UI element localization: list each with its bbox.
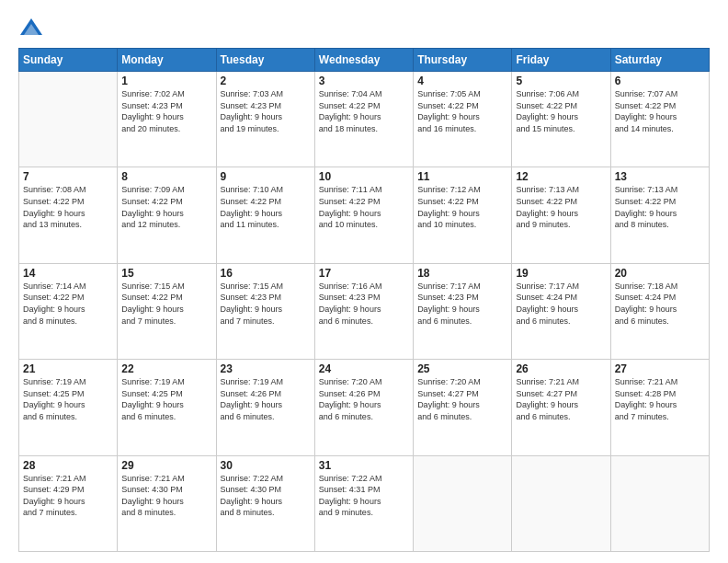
day-cell: 22Sunrise: 7:19 AM Sunset: 4:25 PM Dayli…: [118, 360, 216, 455]
day-cell: 3Sunrise: 7:04 AM Sunset: 4:22 PM Daylig…: [314, 72, 413, 167]
day-cell: 19Sunrise: 7:17 AM Sunset: 4:24 PM Dayli…: [512, 263, 610, 359]
day-info: Sunrise: 7:19 AM Sunset: 4:25 PM Dayligh…: [23, 376, 113, 422]
day-cell: 14Sunrise: 7:14 AM Sunset: 4:22 PM Dayli…: [19, 263, 118, 359]
day-number: 12: [516, 170, 606, 183]
day-number: 22: [121, 362, 211, 375]
day-number: 7: [23, 170, 113, 183]
day-info: Sunrise: 7:18 AM Sunset: 4:24 PM Dayligh…: [615, 281, 705, 327]
weekday-header-row: SundayMondayTuesdayWednesdayThursdayFrid…: [19, 49, 710, 72]
weekday-header-saturday: Saturday: [610, 49, 709, 72]
day-info: Sunrise: 7:05 AM Sunset: 4:22 PM Dayligh…: [417, 88, 507, 134]
day-cell: 6Sunrise: 7:07 AM Sunset: 4:22 PM Daylig…: [610, 72, 709, 167]
day-info: Sunrise: 7:22 AM Sunset: 4:31 PM Dayligh…: [319, 473, 409, 519]
day-number: 28: [23, 459, 113, 472]
day-info: Sunrise: 7:12 AM Sunset: 4:22 PM Dayligh…: [417, 184, 507, 230]
day-info: Sunrise: 7:08 AM Sunset: 4:22 PM Dayligh…: [23, 184, 113, 230]
day-info: Sunrise: 7:17 AM Sunset: 4:23 PM Dayligh…: [417, 281, 507, 327]
day-number: 20: [615, 267, 705, 280]
day-number: 4: [417, 75, 507, 87]
page: SundayMondayTuesdayWednesdayThursdayFrid…: [0, 0, 728, 563]
day-cell: [19, 72, 118, 167]
logo-icon: [18, 15, 44, 40]
day-info: Sunrise: 7:10 AM Sunset: 4:22 PM Dayligh…: [221, 184, 311, 230]
weekday-header-tuesday: Tuesday: [216, 49, 314, 72]
day-info: Sunrise: 7:20 AM Sunset: 4:26 PM Dayligh…: [319, 376, 409, 422]
day-info: Sunrise: 7:20 AM Sunset: 4:27 PM Dayligh…: [417, 376, 507, 422]
day-cell: 11Sunrise: 7:12 AM Sunset: 4:22 PM Dayli…: [414, 167, 512, 263]
week-row-4: 28Sunrise: 7:21 AM Sunset: 4:29 PM Dayli…: [19, 455, 710, 551]
day-number: 9: [221, 170, 311, 183]
day-cell: 28Sunrise: 7:21 AM Sunset: 4:29 PM Dayli…: [19, 455, 118, 551]
day-info: Sunrise: 7:21 AM Sunset: 4:29 PM Dayligh…: [23, 473, 113, 519]
day-cell: 31Sunrise: 7:22 AM Sunset: 4:31 PM Dayli…: [314, 455, 413, 551]
day-info: Sunrise: 7:21 AM Sunset: 4:27 PM Dayligh…: [516, 376, 606, 422]
day-info: Sunrise: 7:21 AM Sunset: 4:30 PM Dayligh…: [121, 473, 211, 519]
day-cell: 5Sunrise: 7:06 AM Sunset: 4:22 PM Daylig…: [512, 72, 610, 167]
day-info: Sunrise: 7:13 AM Sunset: 4:22 PM Dayligh…: [516, 184, 606, 230]
day-info: Sunrise: 7:22 AM Sunset: 4:30 PM Dayligh…: [221, 473, 311, 519]
day-info: Sunrise: 7:15 AM Sunset: 4:23 PM Dayligh…: [221, 281, 311, 327]
day-number: 21: [23, 362, 113, 375]
day-cell: 27Sunrise: 7:21 AM Sunset: 4:28 PM Dayli…: [610, 360, 709, 455]
day-cell: 25Sunrise: 7:20 AM Sunset: 4:27 PM Dayli…: [414, 360, 512, 455]
week-row-3: 21Sunrise: 7:19 AM Sunset: 4:25 PM Dayli…: [19, 360, 710, 455]
day-number: 29: [121, 459, 211, 472]
day-cell: 13Sunrise: 7:13 AM Sunset: 4:22 PM Dayli…: [610, 167, 709, 263]
day-info: Sunrise: 7:11 AM Sunset: 4:22 PM Dayligh…: [319, 184, 409, 230]
day-number: 5: [516, 75, 606, 87]
day-cell: 16Sunrise: 7:15 AM Sunset: 4:23 PM Dayli…: [216, 263, 314, 359]
day-info: Sunrise: 7:19 AM Sunset: 4:25 PM Dayligh…: [121, 376, 211, 422]
day-cell: 18Sunrise: 7:17 AM Sunset: 4:23 PM Dayli…: [414, 263, 512, 359]
day-info: Sunrise: 7:03 AM Sunset: 4:23 PM Dayligh…: [221, 88, 311, 134]
day-cell: [512, 455, 610, 551]
day-cell: 1Sunrise: 7:02 AM Sunset: 4:23 PM Daylig…: [118, 72, 216, 167]
day-info: Sunrise: 7:06 AM Sunset: 4:22 PM Dayligh…: [516, 88, 606, 134]
day-number: 6: [615, 75, 705, 87]
day-cell: 17Sunrise: 7:16 AM Sunset: 4:23 PM Dayli…: [314, 263, 413, 359]
day-info: Sunrise: 7:17 AM Sunset: 4:24 PM Dayligh…: [516, 281, 606, 327]
day-number: 16: [221, 267, 311, 280]
week-row-0: 1Sunrise: 7:02 AM Sunset: 4:23 PM Daylig…: [19, 72, 710, 167]
day-number: 24: [319, 362, 409, 375]
weekday-header-wednesday: Wednesday: [314, 49, 413, 72]
day-cell: 8Sunrise: 7:09 AM Sunset: 4:22 PM Daylig…: [118, 167, 216, 263]
day-info: Sunrise: 7:13 AM Sunset: 4:22 PM Dayligh…: [615, 184, 705, 230]
day-number: 27: [615, 362, 705, 375]
day-number: 31: [319, 459, 409, 472]
day-cell: 23Sunrise: 7:19 AM Sunset: 4:26 PM Dayli…: [216, 360, 314, 455]
day-number: 25: [417, 362, 507, 375]
week-row-2: 14Sunrise: 7:14 AM Sunset: 4:22 PM Dayli…: [19, 263, 710, 359]
day-number: 11: [417, 170, 507, 183]
day-number: 23: [221, 362, 311, 375]
day-number: 10: [319, 170, 409, 183]
day-info: Sunrise: 7:16 AM Sunset: 4:23 PM Dayligh…: [319, 281, 409, 327]
day-info: Sunrise: 7:19 AM Sunset: 4:26 PM Dayligh…: [221, 376, 311, 422]
day-cell: [610, 455, 709, 551]
day-number: 14: [23, 267, 113, 280]
day-info: Sunrise: 7:02 AM Sunset: 4:23 PM Dayligh…: [121, 88, 211, 134]
day-cell: 24Sunrise: 7:20 AM Sunset: 4:26 PM Dayli…: [314, 360, 413, 455]
day-number: 3: [319, 75, 409, 87]
weekday-header-thursday: Thursday: [414, 49, 512, 72]
calendar-table: SundayMondayTuesdayWednesdayThursdayFrid…: [18, 48, 710, 552]
day-number: 8: [121, 170, 211, 183]
day-cell: 7Sunrise: 7:08 AM Sunset: 4:22 PM Daylig…: [19, 167, 118, 263]
day-cell: 12Sunrise: 7:13 AM Sunset: 4:22 PM Dayli…: [512, 167, 610, 263]
day-number: 19: [516, 267, 606, 280]
day-cell: 15Sunrise: 7:15 AM Sunset: 4:22 PM Dayli…: [118, 263, 216, 359]
day-cell: [414, 455, 512, 551]
day-cell: 20Sunrise: 7:18 AM Sunset: 4:24 PM Dayli…: [610, 263, 709, 359]
day-cell: 21Sunrise: 7:19 AM Sunset: 4:25 PM Dayli…: [19, 360, 118, 455]
day-number: 13: [615, 170, 705, 183]
day-info: Sunrise: 7:04 AM Sunset: 4:22 PM Dayligh…: [319, 88, 409, 134]
day-cell: 30Sunrise: 7:22 AM Sunset: 4:30 PM Dayli…: [216, 455, 314, 551]
day-number: 26: [516, 362, 606, 375]
day-cell: 2Sunrise: 7:03 AM Sunset: 4:23 PM Daylig…: [216, 72, 314, 167]
weekday-header-friday: Friday: [512, 49, 610, 72]
day-cell: 26Sunrise: 7:21 AM Sunset: 4:27 PM Dayli…: [512, 360, 610, 455]
day-number: 17: [319, 267, 409, 280]
day-info: Sunrise: 7:07 AM Sunset: 4:22 PM Dayligh…: [615, 88, 705, 134]
day-info: Sunrise: 7:09 AM Sunset: 4:22 PM Dayligh…: [121, 184, 211, 230]
weekday-header-sunday: Sunday: [19, 49, 118, 72]
weekday-header-monday: Monday: [118, 49, 216, 72]
